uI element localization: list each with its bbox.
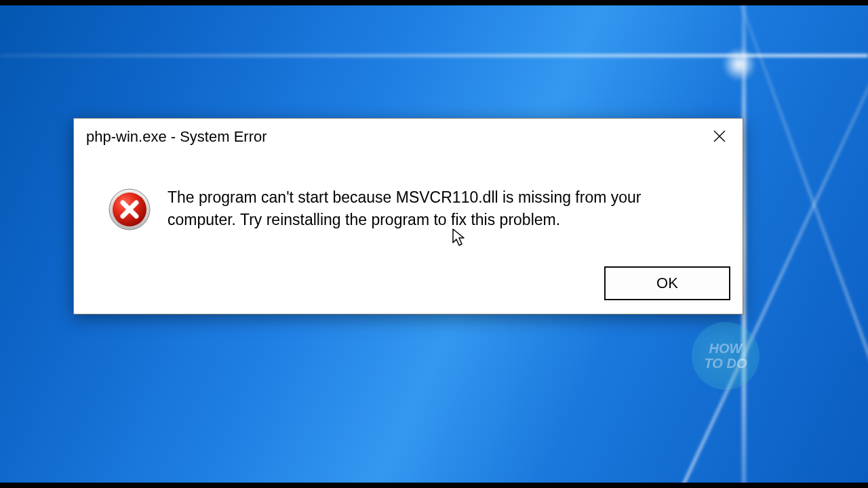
watermark-line: HOW [709, 341, 743, 356]
light-flare [722, 47, 756, 81]
dialog-title: php-win.exe - System Error [86, 128, 267, 146]
error-message: The program can't start because MSVCR110… [167, 186, 709, 232]
watermark-badge: HOW TO DO [692, 322, 760, 390]
letterbox [0, 483, 868, 488]
dialog-titlebar[interactable]: php-win.exe - System Error [74, 119, 743, 152]
system-error-dialog: php-win.exe - System Error [73, 118, 743, 314]
watermark-line: TO DO [705, 356, 747, 371]
close-icon [713, 127, 726, 146]
dialog-body: The program can't start because MSVCR110… [74, 152, 743, 254]
error-icon [108, 188, 151, 234]
ok-button[interactable]: OK [604, 266, 730, 300]
dialog-footer: OK [74, 254, 743, 314]
close-button[interactable] [703, 125, 736, 149]
letterbox [0, 0, 868, 5]
